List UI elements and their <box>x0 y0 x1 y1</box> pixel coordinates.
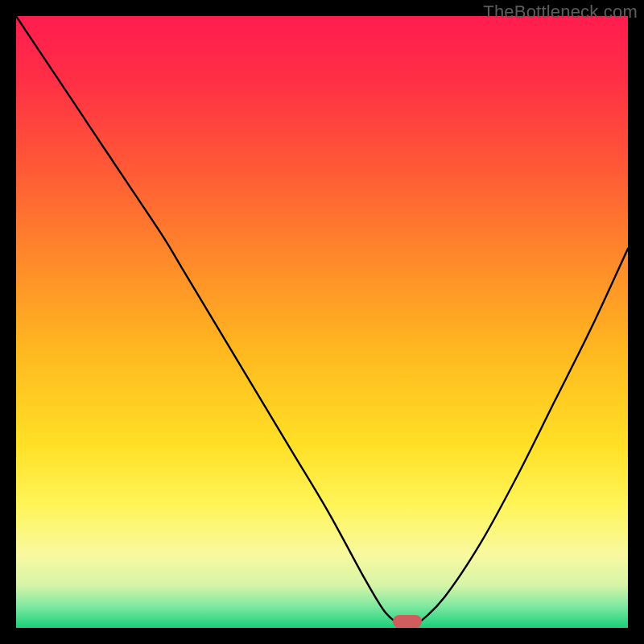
optimum-marker <box>393 615 422 628</box>
gradient-background <box>16 16 628 628</box>
chart-frame: TheBottleneck.com <box>0 0 644 644</box>
watermark-text: TheBottleneck.com <box>483 2 638 23</box>
plot-area <box>16 16 628 628</box>
bottleneck-chart <box>16 16 628 628</box>
